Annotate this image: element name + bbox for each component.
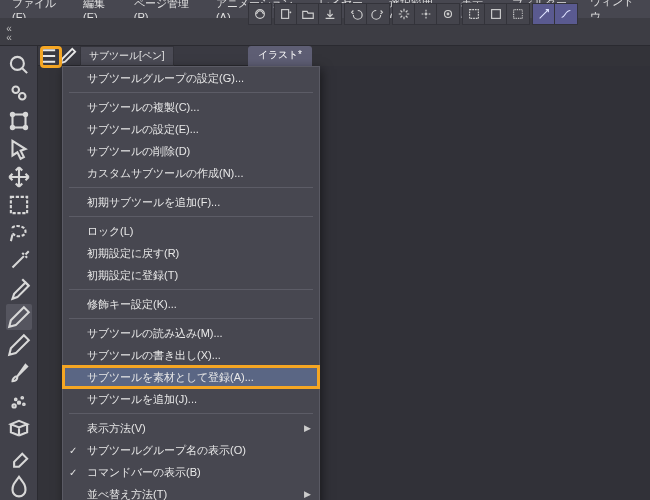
svg-rect-11 [12, 115, 25, 128]
menu-item-register-material[interactable]: サブツールを素材として登録(A)... [63, 366, 319, 388]
svg-point-21 [23, 403, 25, 405]
svg-point-2 [425, 13, 427, 15]
redo-icon[interactable] [367, 3, 389, 25]
rect-select-tool-icon[interactable] [6, 192, 32, 218]
eraser-tool-icon[interactable] [6, 444, 32, 470]
pen-tool-icon[interactable] [6, 304, 32, 330]
brush-tool-icon[interactable] [6, 360, 32, 386]
view3-icon[interactable] [507, 3, 529, 25]
svg-point-4 [447, 13, 449, 15]
svg-point-10 [19, 93, 26, 100]
subtool-panel-header: サブツール[ペン] [38, 46, 248, 66]
target-icon[interactable] [437, 3, 459, 25]
undo-icon[interactable] [345, 3, 367, 25]
menu-item[interactable]: 初期サブツールを追加(F)... [63, 191, 319, 213]
subtool-context-menu: サブツールグループの設定(G)... サブツールの複製(C)... サブツールの… [62, 66, 320, 500]
tool-palette [0, 46, 38, 500]
menu-item[interactable]: 並べ替え方法(T)▶ [63, 483, 319, 500]
menu-item[interactable]: サブツールの複製(C)... [63, 96, 319, 118]
subtool-panel-tab[interactable]: サブツール[ペン] [80, 46, 174, 66]
menu-item[interactable]: ✓コマンドバーの表示(B) [63, 461, 319, 483]
view1-icon[interactable] [463, 3, 485, 25]
menu-item[interactable]: サブツールを追加(J)... [63, 388, 319, 410]
menu-item[interactable]: サブツールの削除(D) [63, 140, 319, 162]
document-tab[interactable]: イラスト* [248, 46, 312, 66]
svg-point-8 [10, 57, 23, 70]
burst-icon[interactable] [393, 3, 415, 25]
svg-point-20 [14, 399, 16, 401]
menu-separator [69, 289, 313, 290]
move-view-tool-icon[interactable] [6, 80, 32, 106]
menu-item[interactable]: サブツールの書き出し(X)... [63, 344, 319, 366]
menu-separator [69, 216, 313, 217]
open-file-icon[interactable] [297, 3, 319, 25]
menu-item[interactable]: サブツールの読み込み(M)... [63, 322, 319, 344]
menu-item[interactable]: サブツールの設定(E)... [63, 118, 319, 140]
view2-icon[interactable] [485, 3, 507, 25]
svg-point-19 [21, 397, 23, 399]
lasso-tool-icon[interactable] [6, 220, 32, 246]
menu-item[interactable]: サブツールグループの設定(G)... [63, 67, 319, 89]
wand-tool-icon[interactable] [6, 248, 32, 274]
svg-rect-7 [514, 10, 523, 19]
menu-item[interactable]: 表示方法(V)▶ [63, 417, 319, 439]
eyedropper-tool-icon[interactable] [6, 276, 32, 302]
check-icon: ✓ [69, 445, 77, 456]
move-tool-icon[interactable] [6, 164, 32, 190]
document-tabs: イラスト* [248, 46, 312, 66]
arrow-tool-icon[interactable] [6, 136, 32, 162]
svg-point-9 [12, 87, 19, 94]
menu-separator [69, 92, 313, 93]
collapse-chevrons-icon[interactable]: «« [0, 22, 18, 42]
svg-rect-6 [491, 10, 500, 19]
vector-icon[interactable] [533, 3, 555, 25]
menu-item[interactable]: 初期設定に登録(T) [63, 264, 319, 286]
command-bar [248, 0, 580, 28]
blend-tool-icon[interactable] [6, 472, 32, 498]
menu-item[interactable]: 修飾キー設定(K)... [63, 293, 319, 315]
svg-rect-5 [469, 10, 478, 19]
new-file-icon[interactable] [275, 3, 297, 25]
svg-rect-16 [10, 197, 26, 213]
menu-item[interactable]: ✓サブツールグループ名の表示(O) [63, 439, 319, 461]
magnifier-tool-icon[interactable] [6, 52, 32, 78]
submenu-arrow-icon: ▶ [304, 423, 311, 433]
curve-icon[interactable] [555, 3, 577, 25]
svg-point-18 [17, 401, 19, 403]
submenu-arrow-icon: ▶ [304, 489, 311, 499]
snap-icon[interactable] [415, 3, 437, 25]
svg-rect-1 [281, 10, 288, 19]
menu-item[interactable]: 初期設定に戻す(R) [63, 242, 319, 264]
clip-icon[interactable] [249, 3, 271, 25]
svg-point-17 [12, 404, 15, 407]
check-icon: ✓ [69, 467, 77, 478]
menu-item[interactable]: ロック(L) [63, 220, 319, 242]
svg-point-3 [445, 11, 452, 18]
menu-separator [69, 318, 313, 319]
operation-tool-icon[interactable] [6, 108, 32, 134]
subtool-menu-button[interactable] [38, 47, 58, 65]
save-icon[interactable] [319, 3, 341, 25]
subtool-edit-icon[interactable] [58, 47, 78, 65]
pattern-tool-icon[interactable] [6, 416, 32, 442]
menu-item[interactable]: カスタムサブツールの作成(N)... [63, 162, 319, 184]
menu-separator [69, 413, 313, 414]
airbrush-tool-icon[interactable] [6, 388, 32, 414]
pencil-tool-icon[interactable] [6, 332, 32, 358]
menu-separator [69, 187, 313, 188]
